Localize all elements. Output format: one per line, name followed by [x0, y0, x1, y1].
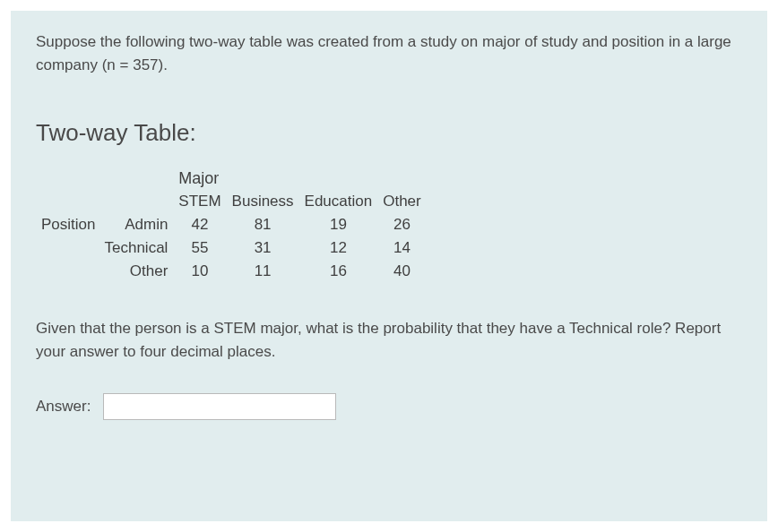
- row-label-technical: Technical: [99, 236, 173, 260]
- cell-value: 26: [377, 213, 427, 236]
- question-followup-text: Given that the person is a STEM major, w…: [36, 317, 742, 363]
- cell-value: 16: [299, 260, 378, 283]
- col-header-stem: STEM: [173, 190, 226, 213]
- cell-value: 19: [299, 213, 378, 236]
- answer-label: Answer:: [36, 398, 91, 416]
- cell-value: 12: [299, 236, 378, 260]
- cell-value: 55: [173, 236, 226, 260]
- cell-value: 81: [227, 213, 299, 236]
- table-row: Other 10 11 16 40: [36, 260, 427, 283]
- position-group-header: Position: [36, 213, 99, 236]
- cell-value: 31: [227, 236, 299, 260]
- two-way-table: Major STEM Business Education Other Posi…: [36, 167, 427, 283]
- table-top-header-row: Major: [36, 167, 427, 190]
- row-label-admin: Admin: [99, 213, 173, 236]
- answer-row: Answer:: [36, 393, 742, 420]
- table-row: Position Admin 42 81 19 26: [36, 213, 427, 236]
- cell-value: 40: [377, 260, 427, 283]
- col-header-other: Other: [377, 190, 427, 213]
- row-label-other: Other: [99, 260, 173, 283]
- question-intro-text: Suppose the following two-way table was …: [36, 30, 742, 76]
- col-header-business: Business: [227, 190, 299, 213]
- table-heading: Two-way Table:: [36, 119, 742, 147]
- cell-value: 14: [377, 236, 427, 260]
- cell-value: 10: [173, 260, 226, 283]
- table-row: Technical 55 31 12 14: [36, 236, 427, 260]
- table-column-header-row: STEM Business Education Other: [36, 190, 427, 213]
- answer-input[interactable]: [103, 393, 336, 420]
- major-group-header: Major: [173, 167, 426, 190]
- col-header-education: Education: [299, 190, 378, 213]
- question-panel: Suppose the following two-way table was …: [11, 11, 767, 521]
- cell-value: 42: [173, 213, 226, 236]
- cell-value: 11: [227, 260, 299, 283]
